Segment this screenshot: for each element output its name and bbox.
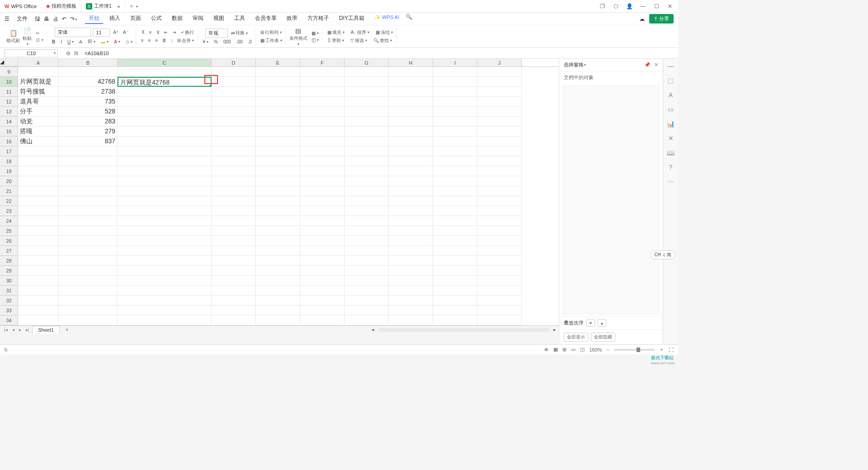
cell-I32[interactable] <box>433 296 477 306</box>
cell-B34[interactable] <box>59 315 118 325</box>
cell-B19[interactable] <box>59 166 118 176</box>
new-tab-button[interactable]: ＋ ▾ <box>125 2 142 10</box>
add-sheet-button[interactable]: ＋ <box>61 326 72 334</box>
col-header-E[interactable]: E <box>256 59 300 66</box>
cell-B25[interactable] <box>59 226 118 236</box>
cell-H20[interactable] <box>389 176 433 186</box>
cell-C29[interactable] <box>118 266 212 276</box>
align-left-icon[interactable]: ≡ <box>140 37 145 44</box>
hscroll-left-icon[interactable]: ◂ <box>372 327 374 333</box>
cell-E13[interactable] <box>256 107 300 117</box>
cell-J15[interactable] <box>477 127 522 136</box>
cell-H22[interactable] <box>389 196 433 206</box>
row-header-30[interactable]: 30 <box>0 276 18 286</box>
share-button[interactable]: ⇪ 分享 <box>649 14 674 24</box>
cell-C9[interactable] <box>118 67 212 77</box>
cell-I28[interactable] <box>433 256 477 266</box>
dec-dec-icon[interactable]: .0 <box>247 39 253 45</box>
tools-icon[interactable]: ✕ <box>667 135 675 143</box>
row-header-18[interactable]: 18 <box>0 156 18 166</box>
cell-C28[interactable] <box>118 256 212 266</box>
cell-F15[interactable] <box>300 127 344 136</box>
cell-B33[interactable] <box>59 306 118 315</box>
cell-H15[interactable] <box>389 127 433 136</box>
zoom-label[interactable]: 160% <box>589 347 602 352</box>
cell-F19[interactable] <box>300 166 344 176</box>
cell-J16[interactable] <box>477 136 522 146</box>
cell-I33[interactable] <box>433 306 477 315</box>
row-header-33[interactable]: 33 <box>0 306 18 315</box>
cell-H26[interactable] <box>389 236 433 246</box>
cell-G33[interactable] <box>344 306 389 315</box>
show-all-button[interactable]: 全部显示 <box>564 333 588 342</box>
tab-member[interactable]: 会员专享 <box>251 14 280 24</box>
cell-I19[interactable] <box>433 166 477 176</box>
cell-I10[interactable] <box>433 77 477 87</box>
cell-D24[interactable] <box>212 216 256 226</box>
col-header-D[interactable]: D <box>212 59 256 66</box>
col-header-I[interactable]: I <box>433 59 477 66</box>
window-dup-icon[interactable]: ❐ <box>598 3 607 9</box>
cell-H31[interactable] <box>389 286 433 296</box>
cell-D31[interactable] <box>212 286 256 296</box>
cell-B10[interactable]: 42768 <box>59 77 118 87</box>
cell-H23[interactable] <box>389 206 433 216</box>
cell-I25[interactable] <box>433 226 477 236</box>
cell-A23[interactable] <box>18 206 59 216</box>
spreadsheet-grid[interactable]: ◢ A B C D E F G H I J 910片网页就是42768片网页就是… <box>0 59 559 325</box>
cell-F14[interactable] <box>300 117 344 127</box>
cell-C19[interactable] <box>118 166 212 176</box>
cell-D13[interactable] <box>212 107 256 117</box>
cube-icon[interactable]: ⬡ <box>611 3 620 9</box>
cell-J14[interactable] <box>477 117 522 127</box>
cell-G13[interactable] <box>344 107 389 117</box>
cell-C18[interactable] <box>118 156 212 166</box>
cell-E17[interactable] <box>256 146 300 156</box>
more-icon[interactable]: ⋯ <box>667 178 675 186</box>
col-header-G[interactable]: G <box>344 59 389 66</box>
row-header-14[interactable]: 14 <box>0 117 18 127</box>
cell-A20[interactable] <box>18 176 59 186</box>
cell-I13[interactable] <box>433 107 477 117</box>
hamburger-icon[interactable]: ☰ <box>5 16 9 22</box>
row-header-29[interactable]: 29 <box>0 266 18 276</box>
col-header-J[interactable]: J <box>477 59 522 66</box>
cell-G31[interactable] <box>344 286 389 296</box>
cell-E20[interactable] <box>256 176 300 186</box>
cell-B32[interactable] <box>59 296 118 306</box>
cell-style-icon[interactable]: ◫▾ <box>310 37 320 43</box>
cell-G27[interactable] <box>344 246 389 256</box>
cell-E32[interactable] <box>256 296 300 306</box>
app-tab-wps[interactable]: W WPS Office <box>0 0 42 12</box>
cell-F9[interactable] <box>300 67 344 77</box>
cell-D29[interactable] <box>212 266 256 276</box>
row-header-31[interactable]: 31 <box>0 286 18 296</box>
cell-D17[interactable] <box>212 146 256 156</box>
align-bottom-icon[interactable]: ⊻ <box>155 29 161 36</box>
chart-icon[interactable]: 📊 <box>667 120 675 128</box>
cell-B11[interactable]: 2738 <box>59 87 118 97</box>
cell-I16[interactable] <box>433 136 477 146</box>
cell-J30[interactable] <box>477 276 522 286</box>
font-size-select[interactable]: 11 <box>93 28 110 37</box>
view-normal-icon[interactable]: ⊞ <box>562 347 566 352</box>
cell-B15[interactable]: 279 <box>59 127 118 136</box>
sort-button[interactable]: A↓排序▾ <box>349 29 371 36</box>
sum-button[interactable]: Σ求和▾ <box>327 37 345 44</box>
cell-H29[interactable] <box>389 266 433 276</box>
row-header-9[interactable]: 9 <box>0 67 18 77</box>
cell-C16[interactable] <box>118 136 212 146</box>
cell-J17[interactable] <box>477 146 522 156</box>
align-top-icon[interactable]: ⊼ <box>140 29 146 36</box>
tab-diy[interactable]: DIY工具箱 <box>335 14 368 24</box>
cell-G15[interactable] <box>344 127 389 136</box>
italic-button[interactable]: I <box>59 38 63 45</box>
cell-J34[interactable] <box>477 315 522 325</box>
cell-A14[interactable]: 动党 <box>18 117 59 127</box>
cell-H21[interactable] <box>389 186 433 196</box>
cell-J25[interactable] <box>477 226 522 236</box>
cell-H17[interactable] <box>389 146 433 156</box>
cell-A34[interactable] <box>18 315 59 325</box>
cell-I24[interactable] <box>433 216 477 226</box>
cell-B21[interactable] <box>59 186 118 196</box>
